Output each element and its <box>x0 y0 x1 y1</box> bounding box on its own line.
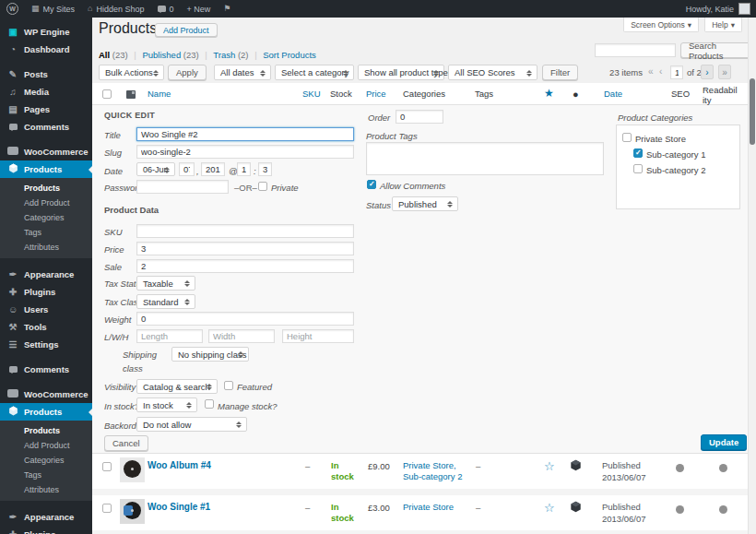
featured-star-icon[interactable]: ☆ <box>544 502 555 514</box>
private-checkbox[interactable] <box>258 182 267 191</box>
submenu-categories[interactable]: Categories <box>0 210 92 225</box>
menu-item-comments-2[interactable]: Comments <box>0 361 92 378</box>
scrollbar-thumb[interactable] <box>750 78 755 145</box>
menu-order-input[interactable] <box>396 110 443 124</box>
menu-item-products-2[interactable]: Products <box>0 403 92 421</box>
cancel-button[interactable]: Cancel <box>104 435 148 451</box>
width-input[interactable] <box>208 329 275 343</box>
featured-star-icon[interactable]: ☆ <box>544 460 555 472</box>
menu-item-woocommerce[interactable]: WooCommerce <box>0 143 92 160</box>
submenu-add-product[interactable]: Add Product <box>0 196 92 210</box>
tax-class-select[interactable]: Standard <box>136 294 195 309</box>
tax-status-select[interactable]: Taxable <box>136 276 195 291</box>
length-input[interactable] <box>136 329 203 343</box>
view-all-link[interactable]: All <box>99 50 110 60</box>
scrollbar-track[interactable] <box>748 18 756 534</box>
password-input[interactable] <box>136 180 229 194</box>
last-page-button[interactable]: » <box>718 65 731 79</box>
view-trash-link[interactable]: Trash <box>213 50 235 60</box>
column-header-sku[interactable]: SKU <box>302 89 321 99</box>
filter-button[interactable]: Filter <box>542 65 578 80</box>
product-thumbnail[interactable] <box>120 499 145 524</box>
category-filter-select[interactable]: Select a category <box>275 65 354 80</box>
menu-item-plugins-2[interactable]: ✚Plugins <box>0 526 92 534</box>
site-name-menu[interactable]: ⌂ Hidden Shop <box>81 0 150 18</box>
help-tab[interactable]: Help▾ <box>704 18 742 32</box>
account-menu[interactable]: Howdy, Katie <box>686 0 750 18</box>
menu-item-products[interactable]: Products <box>0 160 92 178</box>
submenu-attributes[interactable]: Attributes <box>0 240 92 255</box>
view-published-link[interactable]: Published <box>142 50 181 60</box>
bulk-actions-select[interactable]: Bulk Actions <box>99 65 164 80</box>
minute-input[interactable] <box>258 162 272 176</box>
menu-item-tools[interactable]: ⚒Tools <box>0 318 92 336</box>
select-all-checkbox[interactable] <box>102 89 112 99</box>
day-input[interactable] <box>179 162 195 176</box>
comments-shortcut[interactable]: 0 <box>151 0 181 18</box>
row-checkbox[interactable] <box>102 504 112 513</box>
category-checkbox-private-store[interactable] <box>622 133 632 142</box>
wp-logo-menu[interactable]: W <box>0 0 25 18</box>
title-input[interactable] <box>136 127 354 141</box>
hour-input[interactable] <box>237 162 251 176</box>
height-input[interactable] <box>282 329 354 343</box>
current-page-input[interactable] <box>670 65 683 79</box>
menu-item-posts[interactable]: ✎Posts <box>0 65 92 83</box>
slug-input[interactable] <box>136 145 354 159</box>
plugin-badge-menu[interactable]: ⚑ <box>217 0 237 18</box>
menu-item-wp-engine[interactable]: ▣WP Engine <box>0 23 92 41</box>
product-tags-textarea[interactable] <box>366 142 604 175</box>
search-input[interactable] <box>595 43 676 57</box>
weight-input[interactable] <box>136 312 354 326</box>
my-sites-menu[interactable]: ▦ My Sites <box>25 0 81 18</box>
column-header-name[interactable]: Name <box>148 89 171 99</box>
product-type-filter-select[interactable]: Show all product types <box>358 65 444 80</box>
menu-item-media[interactable]: ♫Media <box>0 83 92 101</box>
menu-item-comments[interactable]: Comments <box>0 118 92 136</box>
featured-checkbox[interactable] <box>224 381 233 390</box>
menu-item-pages[interactable]: ▤Pages <box>0 101 92 118</box>
manage-stock-checkbox[interactable] <box>205 399 214 409</box>
shipping-class-select[interactable]: No shipping class <box>171 347 249 362</box>
date-filter-select[interactable]: All dates <box>214 65 271 80</box>
category-checkbox-sub-category-1[interactable] <box>633 148 643 158</box>
submenu-products[interactable]: Products <box>0 181 92 196</box>
apply-button[interactable]: Apply <box>168 65 207 80</box>
category-checkbox-sub-category-2[interactable] <box>633 164 643 173</box>
categories-cell[interactable]: Private Store <box>403 502 472 513</box>
menu-item-dashboard[interactable]: ◔Dashboard <box>0 41 92 58</box>
menu-item-appearance[interactable]: ✒Appearance <box>0 266 92 283</box>
menu-item-settings[interactable]: ☰Settings <box>0 336 92 353</box>
submenu-categories[interactable]: Categories <box>0 453 92 468</box>
submenu-tags[interactable]: Tags <box>0 225 92 240</box>
row-checkbox[interactable] <box>102 462 112 471</box>
status-select[interactable]: Published <box>392 196 458 211</box>
featured-column-star-icon[interactable]: ★ <box>544 87 554 100</box>
column-header-price[interactable]: Price <box>366 89 386 99</box>
month-select[interactable]: 06-Jun <box>136 162 175 176</box>
allow-comments-checkbox[interactable] <box>367 180 376 189</box>
submenu-attributes[interactable]: Attributes <box>0 482 92 497</box>
product-name-link[interactable]: Woo Album #4 <box>148 460 211 470</box>
sort-products-link[interactable]: Sort Products <box>263 50 316 60</box>
price-input[interactable] <box>136 242 354 255</box>
stock-status-select[interactable]: In stock <box>136 398 197 412</box>
menu-item-plugins[interactable]: ✚Plugins <box>0 283 92 301</box>
visibility-select[interactable]: Catalog & search <box>136 379 218 394</box>
product-thumbnail[interactable] <box>120 457 145 482</box>
column-header-date[interactable]: Date <box>604 89 622 99</box>
sku-input[interactable] <box>136 224 354 238</box>
menu-item-woocommerce-2[interactable]: WooCommerce <box>0 386 92 403</box>
categories-cell[interactable]: Private Store, Sub-category 2 <box>403 460 472 483</box>
submenu-add-product[interactable]: Add Product <box>0 438 92 453</box>
sale-price-input[interactable] <box>136 259 354 273</box>
add-product-button[interactable]: Add Product <box>155 23 218 37</box>
menu-item-users[interactable]: ☺Users <box>0 301 92 318</box>
search-products-button[interactable]: Search Products <box>680 42 756 58</box>
next-page-button[interactable]: › <box>701 65 714 79</box>
product-name-link[interactable]: Woo Single #1 <box>148 502 210 512</box>
screen-options-tab[interactable]: Screen Options▾ <box>623 18 699 32</box>
menu-item-appearance-2[interactable]: ✒Appearance <box>0 508 92 526</box>
year-input[interactable] <box>201 162 225 176</box>
seo-scores-filter-select[interactable]: All SEO Scores <box>448 65 537 80</box>
